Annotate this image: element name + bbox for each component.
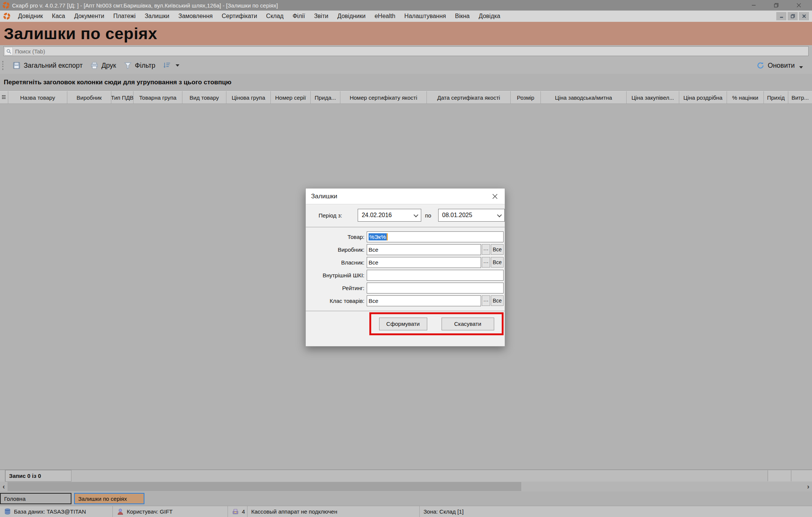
menu-item-каса[interactable]: Каса <box>47 11 70 21</box>
column-header[interactable]: Розмір <box>511 91 541 103</box>
column-header[interactable]: Номер серії <box>271 91 311 103</box>
all-button[interactable]: Все <box>491 257 504 268</box>
dialog-field-input[interactable]: Все <box>367 244 481 255</box>
column-header[interactable]: Ціна закупівел... <box>627 91 679 103</box>
mdi-restore-button[interactable] <box>788 12 798 20</box>
date-from-combo[interactable]: 24.02.2016 <box>358 209 421 222</box>
menu-item-платежі[interactable]: Платежі <box>109 11 140 21</box>
dialog-field-label: Клас товарів: <box>309 298 364 304</box>
menu-item-замовлення[interactable]: Замовлення <box>174 11 217 21</box>
search-placeholder: Поиск (Tab) <box>15 48 45 55</box>
column-header[interactable]: Виробник <box>67 91 111 103</box>
annotation-highlight: Сформувати Скасувати <box>369 312 504 335</box>
window-title: Скарб pro v. 4.0.2.77 [ІД: ] - [Апт №003… <box>12 2 278 9</box>
print-icon <box>90 61 99 70</box>
bottom-tab[interactable]: Головна <box>0 493 71 504</box>
restore-button[interactable] <box>772 2 780 9</box>
column-header[interactable]: Номер сертифікату якості <box>340 91 427 103</box>
search-row: Поиск (Tab) <box>0 45 812 57</box>
field-value: Все <box>369 259 378 266</box>
menu-item-сертифікати[interactable]: Сертифікати <box>217 11 261 21</box>
menu-item-звіти[interactable]: Звіти <box>310 11 333 21</box>
cash-register-icon <box>232 508 239 515</box>
database-label: База даних: TASAЗ@TITAN <box>14 508 86 515</box>
minimize-button[interactable] <box>750 2 758 9</box>
column-header[interactable]: Ціна роздрібна <box>679 91 727 103</box>
menu-item-довідка[interactable]: Довідка <box>474 11 505 21</box>
scroll-left-arrow[interactable]: ‹ <box>0 482 8 491</box>
date-to-combo[interactable]: 08.01.2025 <box>438 209 505 222</box>
menu-item-залишки[interactable]: Залишки <box>140 11 174 21</box>
dialog-field-input[interactable]: Все <box>367 295 481 306</box>
app-window: Скарб pro v. 4.0.2.77 [ІД: ] - [Апт №003… <box>0 0 812 517</box>
mdi-close-icon <box>802 14 806 18</box>
submit-button[interactable]: Сформувати <box>379 318 427 330</box>
filter-label: Фільтр <box>135 62 155 70</box>
menu-item-склад[interactable]: Склад <box>262 11 288 21</box>
toolbar-grip[interactable] <box>2 61 5 70</box>
view-options-caret-icon <box>176 64 179 67</box>
menu-item-документи[interactable]: Документи <box>70 11 109 21</box>
minimize-icon <box>751 3 756 8</box>
menu-logo-icon <box>3 12 11 20</box>
ellipsis-button[interactable]: ··· <box>482 244 490 255</box>
dialog-field-row: Внутрішній ШКІ: <box>309 269 505 281</box>
print-button[interactable]: Друк <box>87 60 120 71</box>
dialog-footer: Сформувати Скасувати <box>306 311 505 346</box>
dialog-field-input[interactable]: %Эк% <box>367 231 504 242</box>
menu-item-ehealth[interactable]: eHealth <box>370 11 400 21</box>
group-by-panel[interactable]: Перетягніть заголовок колонки сюди для у… <box>0 74 812 91</box>
row-selector-header[interactable] <box>0 91 8 103</box>
dialog-close-button[interactable] <box>490 192 499 201</box>
dialog-field-input[interactable] <box>367 283 504 293</box>
menu-item-налаштування[interactable]: Налаштування <box>400 11 451 21</box>
user-icon <box>117 508 124 515</box>
column-header[interactable]: Витр... <box>788 91 812 103</box>
bottom-tab[interactable]: Залишки по серіях <box>74 493 144 504</box>
menu-items: ДовідникКасаДокументиПлатежіЗалишкиЗамов… <box>14 11 505 21</box>
ellipsis-button[interactable]: ··· <box>482 257 490 268</box>
menu-item-довідники[interactable]: Довідники <box>333 11 370 21</box>
export-button[interactable]: Загальний експорт <box>9 60 87 71</box>
mdi-close-button[interactable] <box>799 12 809 20</box>
ellipsis-button[interactable]: ··· <box>482 295 490 306</box>
filter-button[interactable]: Фільтр <box>120 60 159 71</box>
sort-list-icon <box>163 61 171 70</box>
search-input[interactable]: Поиск (Tab) <box>3 46 809 56</box>
export-label: Загальний експорт <box>24 62 83 70</box>
user-label: Користувач: GIFT <box>127 508 173 515</box>
column-header[interactable]: Цінова група <box>226 91 271 103</box>
dialog-field-label: Внутрішній ШКІ: <box>309 272 364 278</box>
mdi-minimize-button[interactable] <box>776 12 786 20</box>
page-banner: Залишки по серіях <box>0 22 812 45</box>
column-header[interactable]: Тип ПДВ <box>111 91 134 103</box>
menu-item-довідник[interactable]: Довідник <box>14 11 47 21</box>
menu-item-вікна[interactable]: Вікна <box>451 11 474 21</box>
menu-bar: ДовідникКасаДокументиПлатежіЗалишкиЗамов… <box>0 11 812 22</box>
refresh-button[interactable]: Оновити <box>753 60 807 71</box>
column-header[interactable]: Товарна група <box>134 91 182 103</box>
scroll-right-arrow[interactable]: › <box>804 482 812 491</box>
dialog-close-icon <box>492 193 498 199</box>
cancel-button[interactable]: Скасувати <box>442 318 494 330</box>
all-button[interactable]: Все <box>491 295 504 306</box>
column-header[interactable]: Прида... <box>311 91 340 103</box>
menu-item-філії[interactable]: Філії <box>288 11 310 21</box>
column-header[interactable]: Дата сертифіката якості <box>427 91 511 103</box>
close-button[interactable] <box>795 2 803 9</box>
column-header[interactable]: Вид товару <box>182 91 226 103</box>
dialog-field-label: Виробник: <box>309 246 364 253</box>
horizontal-scrollbar[interactable]: ‹ › <box>0 482 812 491</box>
dialog-title-bar[interactable]: Залишки <box>306 189 505 204</box>
dialog-field-input[interactable]: Все <box>367 257 481 268</box>
column-header[interactable]: Назва товару <box>8 91 67 103</box>
column-header[interactable]: Ціна заводська/митна <box>541 91 627 103</box>
column-header[interactable]: Прихід <box>764 91 788 103</box>
mdi-restore-icon <box>791 14 795 18</box>
dialog-field-input[interactable] <box>367 270 504 281</box>
all-button[interactable]: Все <box>491 244 504 255</box>
scrollbar-thumb[interactable] <box>8 482 521 491</box>
scrollbar-track[interactable] <box>8 482 804 491</box>
view-options-button[interactable] <box>159 60 183 71</box>
column-header[interactable]: % націнки <box>727 91 764 103</box>
